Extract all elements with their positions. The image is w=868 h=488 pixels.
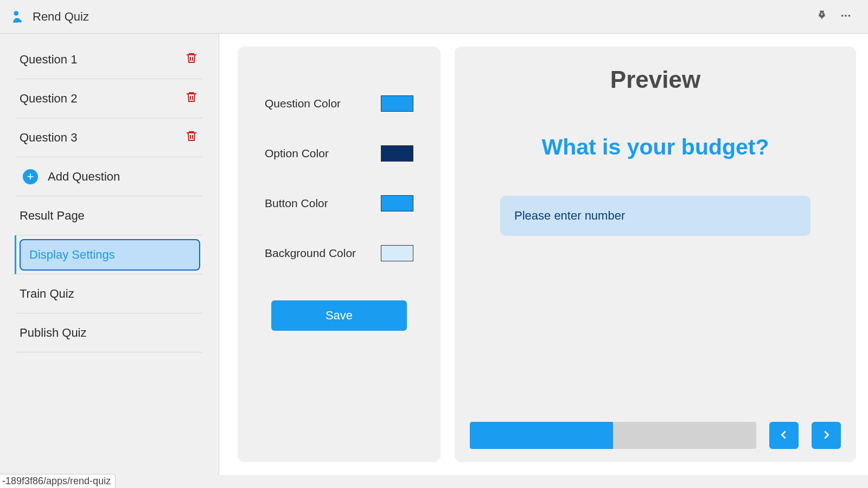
svg-point-0 <box>14 11 18 16</box>
background-color-row: Background Color <box>265 245 413 261</box>
progress-bar <box>470 422 756 449</box>
sidebar-item-question-3[interactable]: Question 3 <box>16 118 202 157</box>
next-button[interactable] <box>812 422 841 449</box>
background-color-swatch[interactable] <box>381 245 413 261</box>
question-color-label: Question Color <box>265 96 341 111</box>
add-question-inner: + Add Question <box>20 169 120 184</box>
sidebar-item-display-settings[interactable]: Display Settings <box>15 235 202 274</box>
pin-icon[interactable] <box>816 10 828 24</box>
more-icon[interactable] <box>840 10 852 24</box>
sidebar-item-label: Publish Quiz <box>20 326 87 340</box>
option-color-swatch[interactable] <box>381 145 413 162</box>
trash-icon[interactable] <box>185 52 198 68</box>
background-color-label: Background Color <box>265 246 356 260</box>
option-color-label: Option Color <box>265 146 329 160</box>
app-title: Rend Quiz <box>33 10 89 24</box>
sidebar-item-add-question[interactable]: + Add Question <box>16 157 202 196</box>
sidebar-item-question-2[interactable]: Question 2 <box>16 79 202 118</box>
button-color-label: Button Color <box>265 196 328 210</box>
sidebar-item-label: Train Quiz <box>20 287 74 301</box>
sidebar-item-label: Question 1 <box>20 53 77 67</box>
question-color-row: Question Color <box>265 95 413 112</box>
sidebar-item-label: Question 2 <box>20 92 77 106</box>
option-color-row: Option Color <box>265 145 413 162</box>
sidebar-item-question-1[interactable]: Question 1 <box>16 40 202 79</box>
trash-icon[interactable] <box>185 91 198 107</box>
active-highlight: Display Settings <box>20 239 200 271</box>
sidebar-item-label: Display Settings <box>29 248 115 262</box>
preview-question: What is your budget? <box>470 134 841 160</box>
save-button[interactable]: Save <box>271 300 407 331</box>
sidebar-item-result-page[interactable]: Result Page <box>16 196 202 235</box>
sidebar-item-train-quiz[interactable]: Train Quiz <box>16 274 202 313</box>
sidebar-item-label: Question 3 <box>20 131 77 145</box>
layout: Question 1 Question 2 Question 3 + Add Q… <box>0 34 868 475</box>
button-color-row: Button Color <box>265 195 413 211</box>
sidebar-item-publish-quiz[interactable]: Publish Quiz <box>16 313 202 352</box>
sidebar-item-label: Result Page <box>20 209 85 223</box>
sidebar: Question 1 Question 2 Question 3 + Add Q… <box>0 34 219 475</box>
status-bar: -189f3f86/apps/rend-quiz <box>0 474 116 488</box>
preview-footer <box>470 422 841 449</box>
prev-button[interactable] <box>769 422 799 449</box>
settings-panel: Question Color Option Color Button Color… <box>238 47 441 462</box>
svg-point-2 <box>845 15 847 17</box>
trash-icon[interactable] <box>185 130 198 146</box>
main: Question Color Option Color Button Color… <box>219 34 868 475</box>
topbar-left: Rend Quiz <box>11 10 89 24</box>
app-logo-icon <box>11 10 25 24</box>
question-color-swatch[interactable] <box>381 95 413 112</box>
button-color-swatch[interactable] <box>381 195 413 211</box>
topbar: Rend Quiz <box>0 0 868 34</box>
progress-fill <box>470 422 613 449</box>
topbar-right <box>816 10 852 24</box>
svg-point-3 <box>848 15 851 17</box>
preview-panel: Preview What is your budget? <box>455 47 856 462</box>
svg-point-1 <box>841 15 844 17</box>
chevron-right-icon <box>820 429 832 442</box>
preview-number-input[interactable] <box>500 196 810 236</box>
preview-title: Preview <box>470 66 841 93</box>
preview-input-wrap <box>500 196 810 236</box>
plus-icon: + <box>23 169 38 184</box>
add-question-label: Add Question <box>48 170 120 184</box>
chevron-left-icon <box>778 429 790 442</box>
